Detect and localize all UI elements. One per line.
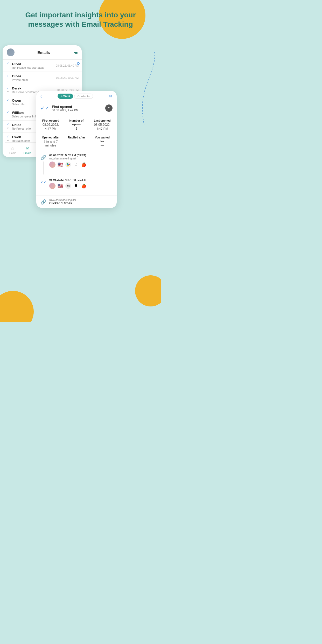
email-subject: Re:Denver conference bbox=[12, 90, 40, 94]
decorative-curve bbox=[136, 52, 157, 124]
timeline-entry: 🔗 08.08.2022, 5:02 PM (CEST) www.bestmar… bbox=[40, 154, 113, 174]
envelope-icon: ✉ bbox=[109, 93, 113, 99]
chevron-up-icon[interactable]: ^ bbox=[105, 104, 113, 112]
monitor-icon: 🖥 bbox=[73, 183, 79, 189]
stat-number-opens: Number ofopens 1 bbox=[65, 119, 88, 131]
tab-emails-label: Emails bbox=[24, 152, 31, 155]
sender-name: Olivia bbox=[12, 74, 29, 78]
country-flag: 🇺🇸 bbox=[58, 162, 63, 167]
link-url: www.bestmarketing.net bbox=[49, 199, 113, 201]
avatar-image bbox=[7, 48, 15, 56]
timeline-time: 08.08.2022, 5:02 PM (CEST) bbox=[49, 154, 113, 157]
stat-you-waited: You waitedfor — bbox=[90, 136, 114, 147]
first-opened-date: 08.08.2022, 4:47 PM bbox=[52, 109, 105, 112]
apple-icon: 🍎 bbox=[81, 162, 87, 167]
email-subject: Re:Sales offer bbox=[12, 139, 30, 142]
sender-name: Olivia bbox=[12, 62, 44, 66]
link-click-icon: 🔗 bbox=[40, 199, 47, 205]
email-time: 05.08.22, 10:30 AM bbox=[56, 76, 79, 79]
timeline-time: 08.08.2022, 4:47 PM (CEST) bbox=[49, 178, 113, 181]
tab-home[interactable]: ⌂ Home bbox=[9, 145, 16, 155]
list-item[interactable]: ✓ Olivia Private email 05.08.22, 10:30 A… bbox=[3, 72, 82, 84]
tracking-icons-row: 🇺🇸 ✉ 🖥 🍎 bbox=[49, 183, 113, 189]
sender-name: Chloe bbox=[12, 123, 32, 127]
email-subject: Sales offer bbox=[12, 103, 25, 106]
tab-emails-pill[interactable]: Emails bbox=[58, 94, 73, 99]
list-item[interactable]: ✓ Olivia Re: Please lets start asap 08.0… bbox=[3, 60, 82, 72]
emails-title: Emails bbox=[37, 50, 50, 55]
tab-emails[interactable]: ✉ Emails bbox=[24, 145, 31, 155]
bg-circle-bottom-left bbox=[0, 291, 34, 322]
email-card-header: Emails bbox=[3, 45, 82, 60]
detail-card: ‹ Emails Contacts ✉ ✓✓ First opened 08.0… bbox=[36, 91, 117, 208]
filter-icon[interactable] bbox=[73, 51, 78, 54]
first-opened-section: ✓✓ First opened 08.08.2022, 4:47 PM ^ bbox=[36, 101, 117, 115]
link-clicks-count: Clicked 1 times bbox=[49, 201, 113, 205]
sender-name: Derek bbox=[12, 86, 40, 90]
stat-replied-after: Replied after — bbox=[65, 136, 88, 147]
unread-dot bbox=[77, 62, 80, 65]
double-check-timeline-icon: ✓✓ bbox=[40, 179, 47, 185]
bg-circle-bottom-right bbox=[135, 275, 161, 306]
home-icon: ⌂ bbox=[11, 145, 14, 151]
mail-app-icon: ✉ bbox=[65, 183, 71, 189]
mail-icon: ✉ bbox=[25, 145, 29, 151]
tab-home-label: Home bbox=[9, 152, 16, 155]
opens-stats-grid: Opened after 1 hr and 7minutes Replied a… bbox=[36, 135, 117, 151]
country-flag: 🇺🇸 bbox=[58, 183, 63, 189]
apple-icon: 🍎 bbox=[81, 183, 87, 189]
link-icon: 🔗 bbox=[40, 154, 47, 161]
dots-row bbox=[36, 132, 117, 135]
email-subject: Private email bbox=[12, 78, 29, 81]
svg-point-1 bbox=[67, 164, 69, 165]
link-click-section: 🔗 www.bestmarketing.net Clicked 1 times bbox=[36, 195, 117, 208]
stat-opened-after: Opened after 1 hr and 7minutes bbox=[39, 136, 62, 147]
stat-first-opened: First opened 08.05.2022,4:47 PM bbox=[39, 119, 62, 131]
email-time: 08.08.22, 03:40 PM bbox=[56, 64, 79, 67]
chrome-icon bbox=[65, 162, 71, 167]
timeline-url: www.bestmarketing.net bbox=[49, 157, 113, 160]
avatar bbox=[7, 48, 15, 56]
back-button[interactable]: ‹ bbox=[40, 94, 42, 99]
tab-group: Emails Contacts bbox=[58, 94, 93, 99]
email-subject: Re: Please lets start asap bbox=[12, 66, 44, 69]
user-avatar bbox=[49, 183, 55, 189]
double-check-icon: ✓✓ bbox=[40, 105, 49, 111]
monitor-icon: 🖥 bbox=[73, 162, 79, 167]
page-title: Get important insights into your message… bbox=[0, 0, 161, 34]
timeline: 🔗 08.08.2022, 5:02 PM (CEST) www.bestmar… bbox=[36, 151, 117, 195]
sender-name: Owen bbox=[12, 135, 30, 139]
tracking-icons-row: 🇺🇸 🖥 🍎 bbox=[49, 162, 113, 168]
sender-name: Owen bbox=[12, 99, 25, 102]
first-opened-label: First opened bbox=[52, 105, 105, 109]
user-avatar bbox=[49, 162, 55, 168]
stat-last-opened: Last opened 08.05.2022,4:47 PM bbox=[90, 119, 114, 131]
timeline-entry: ✓✓ 08.08.2022, 4:47 PM (CEST) 🇺🇸 ✉ 🖥 🍎 bbox=[40, 178, 113, 189]
email-subject: Re:Project offer bbox=[12, 127, 32, 130]
tab-contacts-pill[interactable]: Contacts bbox=[74, 94, 93, 99]
stats-grid: First opened 08.05.2022,4:47 PM Number o… bbox=[36, 115, 117, 132]
detail-card-header: ‹ Emails Contacts ✉ bbox=[36, 91, 117, 101]
